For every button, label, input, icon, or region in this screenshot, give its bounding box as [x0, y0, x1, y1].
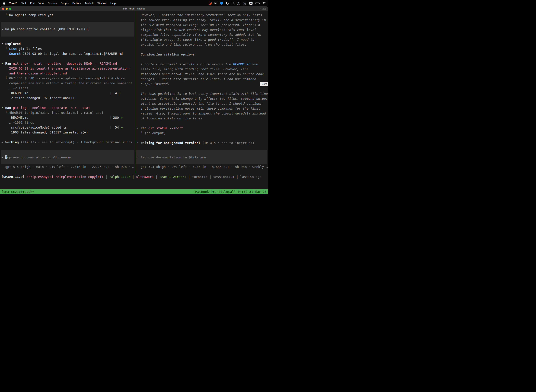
terminal-line: slight risk that future readers may over… — [137, 27, 268, 32]
terminal-text-segment: Improve documentation in @filename — [141, 155, 206, 159]
terminal-line — [137, 121, 268, 126]
apple-menu[interactable] — [2, 2, 7, 5]
terminal-text-segment: Wai — [141, 141, 147, 145]
menu-item-window[interactable]: Window — [96, 2, 109, 5]
terminal-line: Considering citation options — [137, 52, 268, 57]
ralph-loop-banner: › Ralph loop active continue [OMX_TMUX_I… — [1, 22, 134, 37]
terminal-text-segment: | turns:10 | session:12m | last:5m ago — [186, 175, 261, 179]
terminal-text-segment: companion file, especially if more comme… — [137, 33, 262, 37]
terminal-text-segment: team:1 workers — [159, 175, 186, 179]
terminal-text-segment: No agents completed yet — [9, 13, 53, 17]
terminal-text-segment: Explored — [5, 42, 21, 46]
terminal-text-segment: slight risk that future readers may over… — [137, 28, 256, 32]
terminal-line: 2 files changed, 92 insertions(+) — [1, 96, 135, 100]
terminal-text-segment: + — [121, 126, 123, 129]
terminal-text-segment: List — [9, 47, 17, 51]
terminal-line: └ List git ls-files — [1, 46, 135, 51]
terminal-line: the source tree, missing the essay. Stil… — [137, 18, 268, 23]
menu-item-scripts[interactable]: Scripts — [59, 2, 71, 5]
prompt-input-right[interactable]: › Improve documentation in @filename — [136, 150, 267, 164]
terminal-line: … +1901 lines — [1, 120, 135, 125]
menu-bar: iTerm2 Shell Edit View Session Scripts P… — [0, 0, 268, 6]
terminal-text-segment: Wor — [5, 140, 11, 144]
menu-item-session[interactable]: Session — [46, 2, 59, 5]
input-source-icon[interactable]: A — [249, 2, 253, 5]
terminal-text-segment: this single essay, it seems like a good … — [137, 38, 254, 42]
terminal-line: references need actual files, and since … — [137, 72, 268, 77]
terminal-line: └ 4b9d30f (origin/main, instructkr/main,… — [1, 110, 135, 115]
terminal-text-segment: • — [1, 42, 5, 46]
terminal-text-segment: 2026-03-09-is-legal-the-same-as-legitima… — [1, 67, 130, 70]
menu-item-view[interactable]: View — [37, 2, 46, 5]
menu-item-toolbelt[interactable]: Toolbelt — [83, 2, 96, 5]
half-circle-icon[interactable] — [226, 2, 229, 5]
terminal-line — [137, 86, 268, 91]
terminal-text-segment: of focusing solely on file lines. — [137, 117, 204, 120]
screen-recording-indicator[interactable] — [209, 2, 211, 5]
terminal-text-segment: … +1901 lines — [1, 121, 34, 124]
terminal-line: might be acceptable alongside the file l… — [137, 101, 268, 106]
terminal-text-segment: ultrawork — [136, 175, 154, 179]
terminal-text-segment: I — [5, 155, 7, 159]
menu-item-profiles[interactable]: Profiles — [71, 2, 83, 5]
menu-item-edit[interactable]: Edit — [28, 2, 37, 5]
terminal-line: README.md | 280 + — [1, 115, 135, 120]
terminal-line: companion file, especially if more comme… — [137, 32, 268, 37]
terminal-text-segment — [200, 141, 202, 145]
terminal-text-segment: 1903 files changed, 513517 insertions(+) — [1, 131, 88, 134]
menu-item-help[interactable]: Help — [109, 2, 118, 5]
menu-item-iterm2[interactable]: iTerm2 — [7, 2, 19, 5]
terminal-text-segment: git log --oneline --decorate -n 5 --stat — [11, 106, 90, 110]
battery-icon[interactable] — [255, 2, 260, 4]
screen-overlay-pill[interactable]: Scre — [260, 82, 268, 86]
terminal-line: • Explored — [1, 42, 135, 46]
left-terminal-pane[interactable]: └ No agents completed yet › Ralph loop a… — [0, 11, 135, 173]
terminal-line — [1, 135, 135, 140]
terminal-text-segment — [1, 13, 5, 17]
terminal-line: • Working (11m 13s • esc to interrupt) ·… — [1, 140, 135, 145]
terminal-panes: └ No agents completed yet › Ralph loop a… — [0, 11, 268, 173]
terminal-text-segment — [1, 76, 5, 80]
table-grid-icon[interactable] — [215, 2, 217, 5]
terminal-text-segment: └ — [5, 13, 9, 17]
terminal-line — [137, 57, 268, 62]
terminal-text-segment: evidence. Since this change only affects… — [137, 97, 268, 100]
blue-app-icon[interactable] — [220, 2, 223, 5]
dots-grid-icon[interactable] — [232, 2, 234, 5]
terminal-text-segment: including verification notes with those … — [137, 107, 260, 110]
terminal-line: I could cite commit statistics or refere… — [137, 62, 268, 67]
terminal-text-segment: | — [153, 175, 159, 179]
terminal-line — [137, 47, 268, 52]
wifi-icon[interactable] — [263, 2, 266, 5]
menu-item-shell[interactable]: Shell — [19, 2, 28, 5]
window-title-bar: omx --xhigh --madmax ⌥⌘1 — [0, 6, 268, 11]
keycap-icon[interactable]: 8 — [237, 2, 240, 5]
terminal-text-segment: might be acceptable alongside the file l… — [137, 102, 262, 105]
window-title: omx --xhigh --madmax — [0, 6, 268, 11]
terminal-line: └ No agents completed yet — [1, 13, 135, 18]
terminal-text-segment: └ 067f154 (HEAD -> essay/ai-reimplementa… — [5, 76, 125, 80]
terminal-text-segment: Ran — [5, 106, 11, 110]
terminal-text-segment: gpt-5.4 xhigh · 96% left · 520K in · 5.8… — [137, 165, 268, 169]
terminal-line: README.md | 4 + — [1, 91, 135, 96]
terminal-text-segment: | — [103, 175, 109, 179]
terminal-text-segment: └ — [5, 47, 9, 51]
terminal-line: … +2 lines — [1, 86, 135, 91]
terminal-line: └ (no output) — [137, 131, 268, 135]
terminal-line — [1, 56, 135, 61]
terminal-text-segment: README.md | 280 — [1, 116, 121, 119]
terminal-line — [137, 135, 268, 140]
terminal-text-segment: git ls-files — [17, 47, 42, 51]
terminal-line: └ 067f154 (HEAD -> essay/ai-reimplementa… — [1, 76, 135, 81]
tmux-status-bar: [omx-cczip0:bash* "MacBook-Pro-44.local"… — [0, 189, 268, 194]
terminal-line: review. Also, I might want to inspect th… — [137, 111, 268, 116]
terminal-text-segment: git status --short — [147, 126, 183, 130]
terminal-line: However, I noticed the "Directory Struct… — [137, 13, 268, 18]
terminal-line: the "Related research writing" section i… — [137, 23, 268, 27]
gauge-icon[interactable]: .61 — [243, 2, 246, 5]
terminal-text-segment: companion analysis without altering the … — [1, 81, 132, 85]
terminal-text-segment: • — [137, 126, 141, 130]
right-terminal-pane[interactable]: However, I noticed the "Directory Struct… — [135, 11, 268, 173]
terminal-line: changes, I can't cite specific file line… — [137, 77, 268, 81]
prompt-input-left[interactable]: › Improve documentation in @filename — [1, 150, 134, 164]
